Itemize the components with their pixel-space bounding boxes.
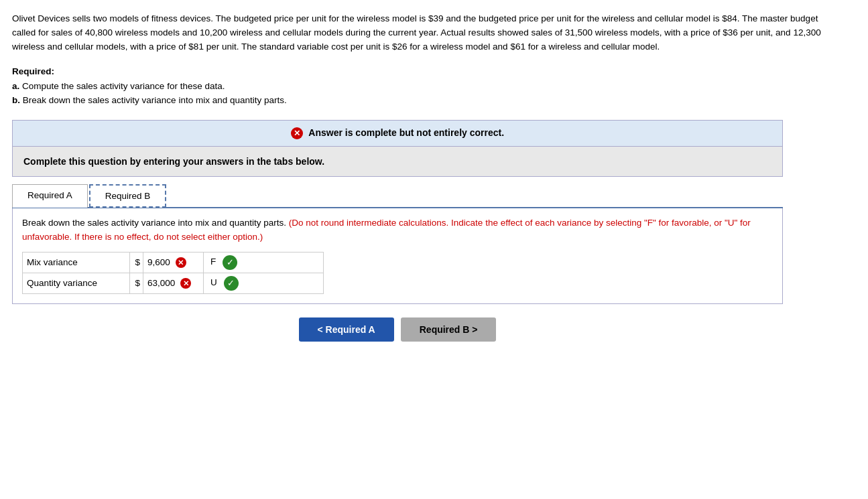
prev-button[interactable]: < Required A xyxy=(299,317,394,342)
complete-note: Complete this question by entering your … xyxy=(13,147,782,176)
table-row: Quantity variance $ 63,000 ✕ U ✓ xyxy=(23,273,324,293)
next-button[interactable]: Required B > xyxy=(401,317,497,342)
quantity-value-text: 63,000 xyxy=(147,278,175,288)
mix-dollar-sign: $ xyxy=(130,252,143,273)
tabs-row: Required A Required B xyxy=(12,184,783,208)
problem-text: Olivet Devices sells two models of fitne… xyxy=(12,12,843,54)
answer-status-bar: ✕ Answer is complete but not entirely co… xyxy=(13,121,782,147)
mix-value-text: 9,600 xyxy=(147,257,170,267)
quantity-check-icon: ✓ xyxy=(224,276,239,291)
part-a-prefix: a. xyxy=(12,81,19,91)
tab-required-b[interactable]: Required B xyxy=(89,184,167,208)
tab-content: Break down the sales activity variance i… xyxy=(12,208,783,304)
instruction-text: Break down the sales activity variance i… xyxy=(22,216,773,244)
required-label: Required: xyxy=(12,66,856,76)
instruction-main: Break down the sales activity variance i… xyxy=(22,218,286,228)
answer-box: ✕ Answer is complete but not entirely co… xyxy=(12,120,783,177)
mix-check-icon: ✓ xyxy=(223,255,237,270)
part-a-content: Compute the sales activity variance for … xyxy=(22,81,225,91)
variance-table: Mix variance $ 9,600 ✕ F ✓ Quantity vari… xyxy=(22,252,324,294)
status-x-icon: ✕ xyxy=(291,127,303,139)
part-b-text: b. Break down the sales activity varianc… xyxy=(12,93,856,108)
quantity-letter-cell: U ✓ xyxy=(204,273,324,293)
quantity-dollar-sign: $ xyxy=(130,273,143,293)
quantity-letter-u: U xyxy=(210,277,217,287)
table-row: Mix variance $ 9,600 ✕ F ✓ xyxy=(23,252,324,273)
part-a-text: a. Compute the sales activity variance f… xyxy=(12,79,856,94)
quantity-error-icon: ✕ xyxy=(180,278,191,289)
complete-note-text: Complete this question by entering your … xyxy=(23,156,324,167)
mix-letter-cell: F ✓ xyxy=(204,252,324,273)
required-section: Required: a. Compute the sales activity … xyxy=(12,66,856,108)
nav-buttons: < Required A Required B > xyxy=(12,317,783,342)
part-b-prefix: b. xyxy=(12,95,20,105)
mix-variance-value: 9,600 ✕ xyxy=(143,252,204,273)
quantity-variance-label: Quantity variance xyxy=(23,273,130,293)
part-b-content: Break down the sales activity variance i… xyxy=(23,95,287,105)
quantity-variance-value: 63,000 ✕ xyxy=(143,273,204,293)
tab-required-a[interactable]: Required A xyxy=(12,184,88,208)
mix-error-icon: ✕ xyxy=(176,257,186,268)
status-text: Answer is complete but not entirely corr… xyxy=(308,127,504,138)
mix-letter-f: F xyxy=(210,257,216,267)
mix-variance-label: Mix variance xyxy=(23,252,130,273)
